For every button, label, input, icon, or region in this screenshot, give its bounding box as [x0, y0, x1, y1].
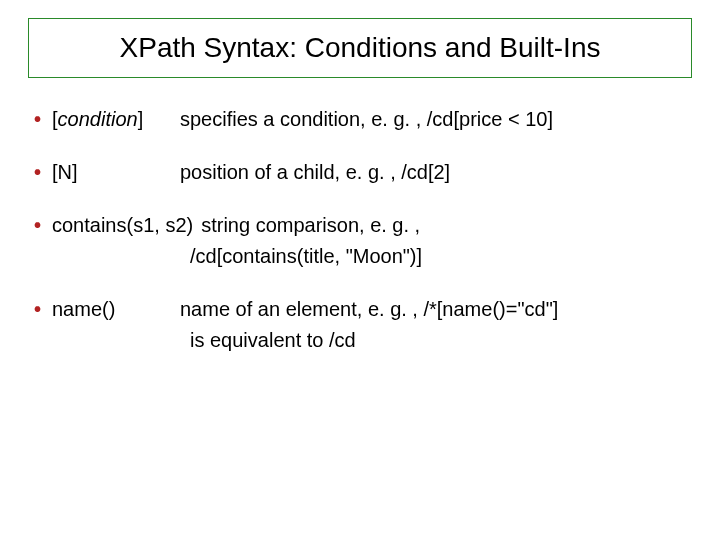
- bullet-icon: •: [34, 159, 52, 186]
- list-item: • [N] position of a child, e. g. , /cd[2…: [34, 159, 692, 186]
- sub-name-fn: is equivalent to /cd: [190, 327, 692, 354]
- bullet-icon: •: [34, 106, 52, 133]
- term-name-fn: name(): [52, 296, 180, 323]
- term-condition-italic: condition: [58, 108, 138, 130]
- term-bracket-close: ]: [138, 108, 144, 130]
- list-item: • [condition] specifies a condition, e. …: [34, 106, 692, 133]
- list-item: • name() name of an element, e. g. , /*[…: [34, 296, 692, 354]
- desc-condition: specifies a condition, e. g. , /cd[price…: [180, 106, 553, 133]
- list-item: • contains(s1, s2) string comparison, e.…: [34, 212, 692, 270]
- desc-n: position of a child, e. g. , /cd[2]: [180, 159, 450, 186]
- sub-contains: /cd[contains(title, "Moon")]: [190, 243, 692, 270]
- term-n: [N]: [52, 159, 180, 186]
- bullet-list: • [condition] specifies a condition, e. …: [28, 106, 692, 354]
- term-condition: [condition]: [52, 106, 180, 133]
- bullet-icon: •: [34, 296, 52, 323]
- bullet-icon: •: [34, 212, 52, 239]
- slide-title: XPath Syntax: Conditions and Built-Ins: [47, 29, 673, 67]
- term-contains: contains(s1, s2): [52, 212, 193, 239]
- slide-title-box: XPath Syntax: Conditions and Built-Ins: [28, 18, 692, 78]
- desc-contains: string comparison, e. g. ,: [201, 212, 420, 239]
- desc-name-fn: name of an element, e. g. , /*[name()="c…: [180, 296, 558, 323]
